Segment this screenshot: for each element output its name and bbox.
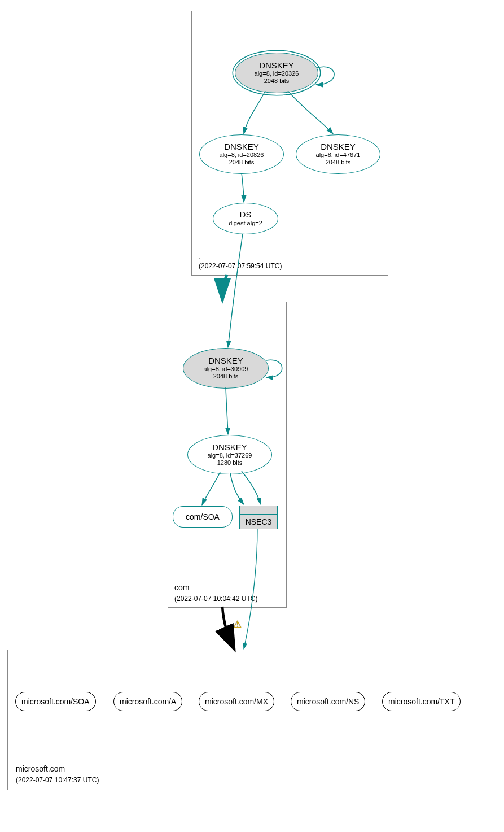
node-sub: 2048 bits [213, 373, 239, 380]
node-sub: alg=8, id=20826 [220, 151, 264, 159]
dnskey-root-zsk2: DNSKEY alg=8, id=47671 2048 bits [296, 134, 380, 174]
warning-icon: ⚠ [233, 618, 242, 630]
node-title: DS [240, 210, 252, 220]
node-label: microsoft.com/MX [205, 697, 268, 706]
node-title: DNSKEY [212, 443, 247, 452]
ms-txt: microsoft.com/TXT [382, 692, 461, 711]
node-label: microsoft.com/A [120, 697, 176, 706]
dnskey-root-ksk: DNSKEY alg=8, id=20326 2048 bits [235, 53, 318, 93]
divider [265, 506, 265, 514]
node-label: microsoft.com/NS [297, 697, 359, 706]
node-label: microsoft.com/TXT [388, 697, 454, 706]
zone-ms-label: microsoft.com [16, 764, 65, 773]
dnskey-root-zsk1: DNSKEY alg=8, id=20826 2048 bits [199, 134, 284, 174]
ds-record: DS digest alg=2 [213, 203, 278, 234]
ms-soa: microsoft.com/SOA [15, 692, 96, 711]
zone-com-timestamp: (2022-07-07 10:04:42 UTC) [174, 595, 257, 603]
ms-a: microsoft.com/A [113, 692, 182, 711]
nsec3-label: NSEC3 [240, 517, 277, 526]
node-sub: alg=8, id=30909 [204, 365, 248, 373]
node-sub: alg=8, id=20326 [255, 70, 299, 77]
node-title: DNSKEY [224, 142, 259, 152]
dnskey-com-ksk: DNSKEY alg=8, id=30909 2048 bits [183, 348, 269, 389]
node-sub: 2048 bits [229, 159, 255, 166]
zone-root-timestamp: (2022-07-07 07:59:54 UTC) [199, 262, 282, 270]
com-soa: com/SOA [173, 506, 233, 528]
node-sub: 1280 bits [217, 459, 243, 467]
node-sub: 2048 bits [264, 77, 290, 85]
zone-ms-timestamp: (2022-07-07 10:47:37 UTC) [16, 776, 99, 784]
node-title: DNSKEY [321, 142, 356, 152]
zone-microsoft [7, 650, 474, 790]
node-sub: 2048 bits [326, 159, 351, 166]
node-sub: digest alg=2 [229, 220, 262, 227]
node-title: DNSKEY [259, 61, 294, 71]
ms-ns: microsoft.com/NS [291, 692, 365, 711]
nsec3-box: NSEC3 [239, 506, 278, 529]
node-title: DNSKEY [208, 356, 243, 366]
node-label: com/SOA [186, 512, 220, 521]
node-label: microsoft.com/SOA [21, 697, 90, 706]
node-sub: alg=8, id=37269 [208, 452, 252, 459]
zone-com-label: com [174, 583, 189, 592]
zone-root-label: . [199, 252, 201, 261]
ms-mx: microsoft.com/MX [199, 692, 274, 711]
node-sub: alg=8, id=47671 [316, 151, 361, 159]
divider [240, 514, 277, 515]
dnskey-com-zsk: DNSKEY alg=8, id=37269 1280 bits [187, 435, 272, 474]
